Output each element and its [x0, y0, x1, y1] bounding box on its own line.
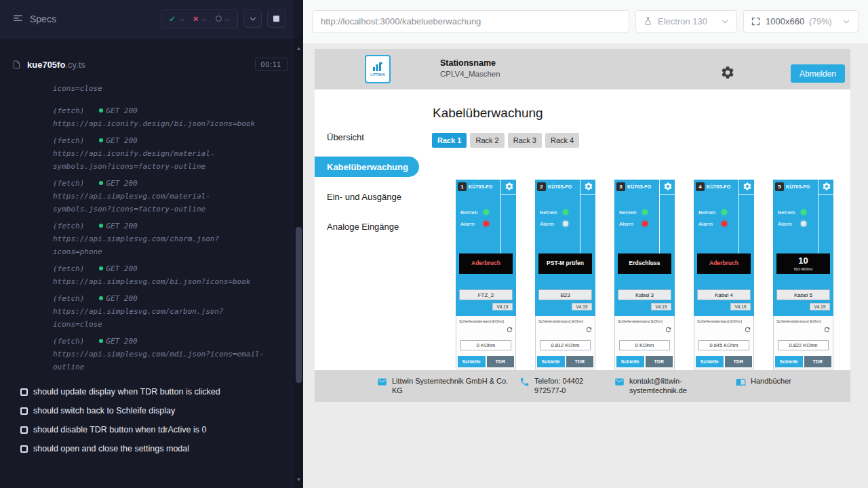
network-log-entry: (fetch)GET 200 https://api.simplesvg.com…	[53, 335, 267, 373]
tab-rack-1[interactable]: Rack 1	[432, 133, 467, 148]
stop-button[interactable]	[267, 9, 285, 28]
app-header: LITTWIN Stationsname CPLV4_Maschen Abmel…	[315, 49, 850, 89]
alarm-led	[563, 221, 568, 226]
device-card-1: 1 KÜ705-FO Betrieb Alarm Aderbruch FTZ_2…	[456, 180, 516, 369]
status-display: 10ISO MOhm	[776, 253, 830, 274]
stat-pending: --	[216, 15, 230, 23]
spec-timer: 00:11	[255, 58, 288, 71]
zoom-level: (79%)	[809, 17, 831, 26]
sidebar-item-analoge-eingaenge[interactable]: Analoge Eingänge	[315, 211, 423, 241]
tdr-button[interactable]: TDR	[646, 356, 673, 367]
device-cards: 1 KÜ705-FO Betrieb Alarm Aderbruch FTZ_2…	[456, 180, 833, 369]
test-item[interactable]: should open and close the settings modal	[0, 439, 294, 458]
tdr-button[interactable]: TDR	[725, 356, 753, 367]
chevron-down-icon	[248, 14, 258, 24]
betrieb-label: Betrieb	[460, 209, 477, 216]
scroll-down-arrow[interactable]: ▼	[294, 474, 303, 485]
scroll-up-arrow[interactable]: ▲	[294, 43, 303, 54]
card-model: KÜ705-FO	[627, 184, 651, 189]
measurement-panel: Schleifenwiderstand [kOhm] 0.645 KOhm Sc…	[694, 316, 754, 369]
refresh-icon[interactable]	[744, 326, 751, 333]
card-settings-icon[interactable]	[743, 182, 752, 191]
refresh-icon[interactable]	[823, 326, 831, 333]
viewport-size: 1000x660	[766, 16, 804, 26]
status-display: Aderbruch	[459, 253, 513, 274]
schleife-button[interactable]: Schleife	[458, 356, 486, 367]
footer-email[interactable]: kontakt@littwin-systemtechnik.de	[614, 376, 694, 396]
measurement-label: Schleifenwiderstand [kOhm]	[456, 316, 515, 323]
url-bar[interactable]	[312, 10, 629, 33]
tab-rack-2[interactable]: Rack 2	[470, 133, 504, 148]
cable-name: FTZ_2	[459, 289, 513, 300]
sidebar-item-uebersicht[interactable]: Übersicht	[315, 122, 423, 152]
specs-label: Specs	[30, 14, 56, 24]
browser-select[interactable]: Electron 130	[635, 10, 737, 33]
tdr-button[interactable]: TDR	[566, 356, 594, 367]
card-settings-icon[interactable]	[505, 182, 514, 191]
pending-icon	[216, 16, 222, 22]
book-icon	[736, 377, 746, 387]
phone-icon	[519, 377, 530, 387]
card-settings-icon[interactable]	[663, 182, 673, 191]
cable-name: B23	[538, 289, 592, 300]
schleife-button[interactable]: Schleife	[537, 356, 565, 367]
refresh-icon[interactable]	[585, 326, 593, 333]
littwin-logo: LITTWIN	[365, 55, 391, 83]
spec-name[interactable]: kue705fo.cy.ts	[27, 60, 85, 70]
test-item[interactable]: should update display when TDR button is…	[0, 382, 294, 401]
resistance-value: 0.812 KOhm	[540, 340, 591, 350]
schleife-button[interactable]: Schleife	[775, 356, 803, 367]
test-item[interactable]: should disable TDR button when tdrActive…	[0, 420, 294, 439]
card-divider	[818, 180, 818, 253]
viewport-scale-icon	[751, 16, 761, 26]
refresh-icon[interactable]	[665, 326, 672, 333]
schleife-button[interactable]: Schleife	[616, 356, 644, 367]
status-dot	[99, 138, 103, 142]
scrollbar-thumb[interactable]	[296, 227, 302, 383]
tdr-button[interactable]: TDR	[487, 356, 515, 367]
betrieb-label: Betrieb	[619, 209, 636, 216]
chevron-down-icon	[720, 17, 730, 26]
card-number: 3	[616, 182, 625, 191]
network-log-entry: (fetch)GET 200 https://api.simplesvg.com…	[53, 262, 267, 288]
collapse-button[interactable]	[243, 9, 262, 28]
footer-phone[interactable]: Telefon: 04402 972577-0	[519, 376, 610, 396]
mail-icon	[377, 377, 387, 387]
tdr-button[interactable]: TDR	[804, 356, 832, 367]
tab-rack-3[interactable]: Rack 3	[508, 133, 542, 148]
firmware-version: V4.19	[492, 303, 513, 310]
firmware-version: V4.19	[651, 303, 671, 310]
tab-rack-4[interactable]: Rack 4	[545, 133, 579, 148]
status-display: Erdschluss	[618, 253, 671, 274]
viewport-info[interactable]: 1000x660 (79%)	[743, 10, 859, 33]
network-log-entry: (fetch)GET 200 https://api.iconify.desig…	[53, 134, 267, 173]
footer-manuals[interactable]: Handbücher	[736, 376, 791, 387]
betrieb-label: Betrieb	[698, 209, 715, 216]
card-model: KÜ705-FO	[707, 184, 730, 189]
test-item[interactable]: should switch back to Schleife display	[0, 401, 294, 420]
refresh-icon[interactable]	[506, 326, 513, 333]
rack-tabs: Rack 1 Rack 2 Rack 3 Rack 4	[432, 133, 579, 148]
alarm-label: Alarm	[540, 221, 554, 227]
measurement-label: Schleifenwiderstand [kOhm]	[536, 316, 595, 323]
measurement-panel: Schleifenwiderstand [kOhm] 0 KOhm Schlei…	[614, 316, 675, 369]
card-settings-icon[interactable]	[584, 182, 593, 191]
specs-menu[interactable]: Specs	[12, 13, 56, 24]
status-dot	[99, 181, 103, 185]
chevron-down-icon	[842, 17, 851, 26]
sidebar-item-ein-und-ausgaenge[interactable]: Ein- und Ausgänge	[315, 182, 423, 211]
logout-button[interactable]: Abmelden	[791, 64, 845, 83]
electron-flask-icon	[643, 16, 653, 26]
schleife-button[interactable]: Schleife	[696, 356, 724, 367]
reporter-scrollbar[interactable]: ▲ ▼	[294, 38, 303, 488]
alarm-led	[642, 221, 648, 226]
command-log: icons=close (fetch)GET 200 https://api.i…	[53, 82, 267, 378]
page-title: Kabelüberwachung	[433, 106, 543, 121]
sidebar-item-kabelueberwachung[interactable]: Kabelüberwachung	[315, 157, 419, 177]
settings-gear-icon[interactable]	[720, 65, 735, 80]
card-number: 1	[458, 182, 467, 191]
card-settings-icon[interactable]	[822, 182, 831, 191]
resistance-value: 0.645 KOhm	[698, 340, 749, 350]
betrieb-label: Betrieb	[778, 209, 795, 216]
failed-icon: ×	[193, 14, 199, 24]
